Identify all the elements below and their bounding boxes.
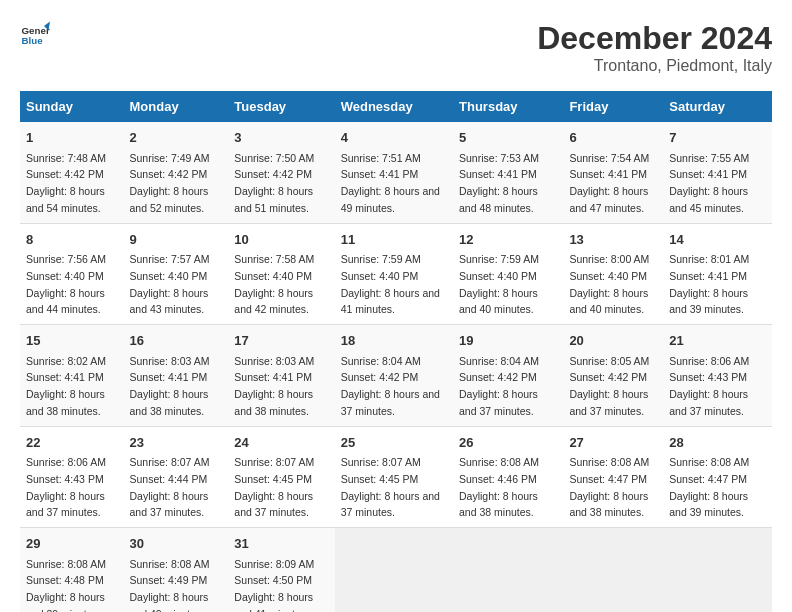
day-cell: 23Sunrise: 8:07 AMSunset: 4:44 PMDayligh… [124,426,229,528]
week-row-2: 8Sunrise: 7:56 AMSunset: 4:40 PMDaylight… [20,223,772,325]
sunrise-text: Sunrise: 8:08 AM [569,456,649,468]
day-cell [663,528,772,613]
day-number: 8 [26,230,118,250]
day-number: 16 [130,331,223,351]
sunrise-text: Sunrise: 8:08 AM [130,558,210,570]
sunrise-text: Sunrise: 7:59 AM [459,253,539,265]
daylight-text: Daylight: 8 hours and 37 minutes. [669,388,748,417]
day-cell: 1Sunrise: 7:48 AMSunset: 4:42 PMDaylight… [20,122,124,223]
daylight-text: Daylight: 8 hours and 45 minutes. [669,185,748,214]
sunset-text: Sunset: 4:48 PM [26,574,104,586]
sunset-text: Sunset: 4:41 PM [669,270,747,282]
daylight-text: Daylight: 8 hours and 38 minutes. [459,490,538,519]
week-row-5: 29Sunrise: 8:08 AMSunset: 4:48 PMDayligh… [20,528,772,613]
sunset-text: Sunset: 4:50 PM [234,574,312,586]
col-header-saturday: Saturday [663,91,772,122]
sunrise-text: Sunrise: 8:02 AM [26,355,106,367]
day-cell: 10Sunrise: 7:58 AMSunset: 4:40 PMDayligh… [228,223,334,325]
day-cell: 16Sunrise: 8:03 AMSunset: 4:41 PMDayligh… [124,325,229,427]
day-cell: 22Sunrise: 8:06 AMSunset: 4:43 PMDayligh… [20,426,124,528]
week-row-1: 1Sunrise: 7:48 AMSunset: 4:42 PMDaylight… [20,122,772,223]
day-number: 30 [130,534,223,554]
sunset-text: Sunset: 4:41 PM [341,168,419,180]
day-cell: 4Sunrise: 7:51 AMSunset: 4:41 PMDaylight… [335,122,453,223]
sunset-text: Sunset: 4:41 PM [669,168,747,180]
sunrise-text: Sunrise: 8:08 AM [26,558,106,570]
day-cell: 31Sunrise: 8:09 AMSunset: 4:50 PMDayligh… [228,528,334,613]
day-number: 17 [234,331,328,351]
sunrise-text: Sunrise: 7:50 AM [234,152,314,164]
day-number: 15 [26,331,118,351]
day-cell: 15Sunrise: 8:02 AMSunset: 4:41 PMDayligh… [20,325,124,427]
sunrise-text: Sunrise: 8:05 AM [569,355,649,367]
day-number: 18 [341,331,447,351]
sunset-text: Sunset: 4:41 PM [569,168,647,180]
sunrise-text: Sunrise: 8:07 AM [234,456,314,468]
daylight-text: Daylight: 8 hours and 37 minutes. [459,388,538,417]
day-number: 6 [569,128,657,148]
svg-text:Blue: Blue [22,35,44,46]
header-row: SundayMondayTuesdayWednesdayThursdayFrid… [20,91,772,122]
sunrise-text: Sunrise: 8:07 AM [130,456,210,468]
day-number: 11 [341,230,447,250]
daylight-text: Daylight: 8 hours and 49 minutes. [341,185,440,214]
sunset-text: Sunset: 4:43 PM [669,371,747,383]
sunrise-text: Sunrise: 8:09 AM [234,558,314,570]
day-number: 9 [130,230,223,250]
day-cell: 29Sunrise: 8:08 AMSunset: 4:48 PMDayligh… [20,528,124,613]
sunset-text: Sunset: 4:49 PM [130,574,208,586]
day-cell: 30Sunrise: 8:08 AMSunset: 4:49 PMDayligh… [124,528,229,613]
day-number: 24 [234,433,328,453]
main-title: December 2024 [537,20,772,57]
sunset-text: Sunset: 4:42 PM [234,168,312,180]
day-number: 28 [669,433,766,453]
day-number: 21 [669,331,766,351]
sunset-text: Sunset: 4:46 PM [459,473,537,485]
daylight-text: Daylight: 8 hours and 38 minutes. [234,388,313,417]
day-cell [453,528,563,613]
title-area: December 2024 Trontano, Piedmont, Italy [537,20,772,75]
daylight-text: Daylight: 8 hours and 38 minutes. [130,388,209,417]
calendar-table: SundayMondayTuesdayWednesdayThursdayFrid… [20,91,772,612]
daylight-text: Daylight: 8 hours and 40 minutes. [569,287,648,316]
sunset-text: Sunset: 4:41 PM [26,371,104,383]
day-number: 19 [459,331,557,351]
sunrise-text: Sunrise: 7:54 AM [569,152,649,164]
daylight-text: Daylight: 8 hours and 39 minutes. [26,591,105,612]
sunrise-text: Sunrise: 8:04 AM [459,355,539,367]
sunrise-text: Sunrise: 7:55 AM [669,152,749,164]
day-number: 1 [26,128,118,148]
day-cell: 12Sunrise: 7:59 AMSunset: 4:40 PMDayligh… [453,223,563,325]
sunset-text: Sunset: 4:41 PM [130,371,208,383]
day-cell: 17Sunrise: 8:03 AMSunset: 4:41 PMDayligh… [228,325,334,427]
sunrise-text: Sunrise: 8:08 AM [459,456,539,468]
sunrise-text: Sunrise: 7:48 AM [26,152,106,164]
day-number: 25 [341,433,447,453]
sunset-text: Sunset: 4:40 PM [569,270,647,282]
day-cell [335,528,453,613]
daylight-text: Daylight: 8 hours and 41 minutes. [341,287,440,316]
sunset-text: Sunset: 4:42 PM [569,371,647,383]
day-cell: 8Sunrise: 7:56 AMSunset: 4:40 PMDaylight… [20,223,124,325]
logo-icon: General Blue [20,20,50,50]
day-number: 20 [569,331,657,351]
day-number: 2 [130,128,223,148]
day-cell: 5Sunrise: 7:53 AMSunset: 4:41 PMDaylight… [453,122,563,223]
day-number: 7 [669,128,766,148]
daylight-text: Daylight: 8 hours and 37 minutes. [130,490,209,519]
sunrise-text: Sunrise: 8:06 AM [26,456,106,468]
day-cell: 14Sunrise: 8:01 AMSunset: 4:41 PMDayligh… [663,223,772,325]
day-number: 23 [130,433,223,453]
day-cell: 28Sunrise: 8:08 AMSunset: 4:47 PMDayligh… [663,426,772,528]
col-header-thursday: Thursday [453,91,563,122]
day-cell: 21Sunrise: 8:06 AMSunset: 4:43 PMDayligh… [663,325,772,427]
sunset-text: Sunset: 4:42 PM [459,371,537,383]
day-number: 10 [234,230,328,250]
header: General Blue December 2024 Trontano, Pie… [20,20,772,75]
daylight-text: Daylight: 8 hours and 47 minutes. [569,185,648,214]
sunset-text: Sunset: 4:41 PM [459,168,537,180]
subtitle: Trontano, Piedmont, Italy [537,57,772,75]
day-cell: 18Sunrise: 8:04 AMSunset: 4:42 PMDayligh… [335,325,453,427]
day-number: 14 [669,230,766,250]
daylight-text: Daylight: 8 hours and 41 minutes. [234,591,313,612]
